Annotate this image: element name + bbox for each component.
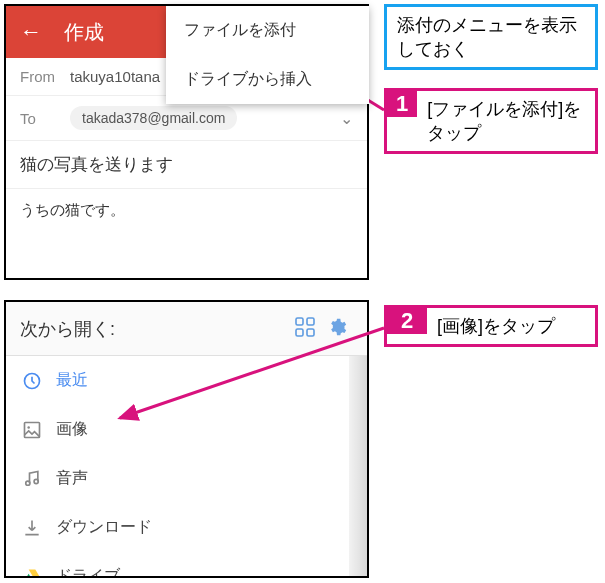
callout-step2: 2 [画像]をタップ <box>384 305 598 347</box>
to-value: takada378@gmail.com <box>70 106 340 130</box>
callout-step2-num: 2 <box>387 308 427 334</box>
download-icon <box>22 518 56 538</box>
recipient-chip[interactable]: takada378@gmail.com <box>70 106 237 130</box>
drive-icon <box>22 567 56 579</box>
svg-point-8 <box>34 479 38 483</box>
menu-attach-file[interactable]: ファイルを添付 <box>166 6 369 55</box>
subject-field[interactable]: 猫の写真を送ります <box>6 141 367 189</box>
callout-note: 添付のメニューを表示しておく <box>384 4 598 70</box>
svg-point-7 <box>26 481 30 485</box>
audio-icon <box>22 469 56 489</box>
body-field[interactable]: うちの猫です。 <box>6 189 367 232</box>
picker-audio-label: 音声 <box>56 468 88 489</box>
svg-rect-3 <box>307 329 314 336</box>
clock-icon <box>22 371 56 391</box>
callout-step1-text: [ファイルを添付]をタップ <box>417 91 595 151</box>
chevron-down-icon[interactable]: ⌄ <box>340 109 353 128</box>
picker-recent-label: 最近 <box>56 370 88 391</box>
to-label: To <box>20 110 70 127</box>
picker-download-label: ダウンロード <box>56 517 152 538</box>
picker-images[interactable]: 画像 <box>6 405 367 454</box>
picker-header: 次から開く: <box>6 302 367 356</box>
gear-icon[interactable] <box>321 317 353 341</box>
attach-menu: ファイルを添付 ドライブから挿入 <box>166 6 369 104</box>
picker-audio[interactable]: 音声 <box>6 454 367 503</box>
picker-recent[interactable]: 最近 <box>6 356 367 405</box>
image-icon <box>22 420 56 440</box>
back-arrow-icon[interactable]: ← <box>20 19 42 45</box>
callout-note-text: 添付のメニューを表示しておく <box>397 15 577 59</box>
picker-drive[interactable]: ドライブ <box>6 552 367 578</box>
compose-title: 作成 <box>64 19 104 46</box>
from-label: From <box>20 68 70 85</box>
compose-panel: ← 作成 From takuya10tana To takada378@gmai… <box>4 4 369 280</box>
picker-list: 最近 画像 音声 ダウンロード ドライブ takada378@gmai <box>6 356 367 578</box>
grid-view-icon[interactable] <box>289 317 321 341</box>
picker-title: 次から開く: <box>20 317 289 341</box>
picker-panel: 次から開く: 最近 画像 音声 <box>4 300 369 578</box>
menu-insert-drive[interactable]: ドライブから挿入 <box>166 55 369 104</box>
callout-step1: 1 [ファイルを添付]をタップ <box>384 88 598 154</box>
svg-rect-2 <box>296 329 303 336</box>
picker-download[interactable]: ダウンロード <box>6 503 367 552</box>
svg-rect-0 <box>296 318 303 325</box>
svg-point-6 <box>27 426 30 429</box>
callout-step2-text: [画像]をタップ <box>427 308 565 344</box>
picker-images-label: 画像 <box>56 419 88 440</box>
callout-step1-num: 1 <box>387 91 417 117</box>
shadow-strip <box>349 356 367 576</box>
svg-rect-1 <box>307 318 314 325</box>
picker-drive-label: ドライブ <box>56 566 120 578</box>
